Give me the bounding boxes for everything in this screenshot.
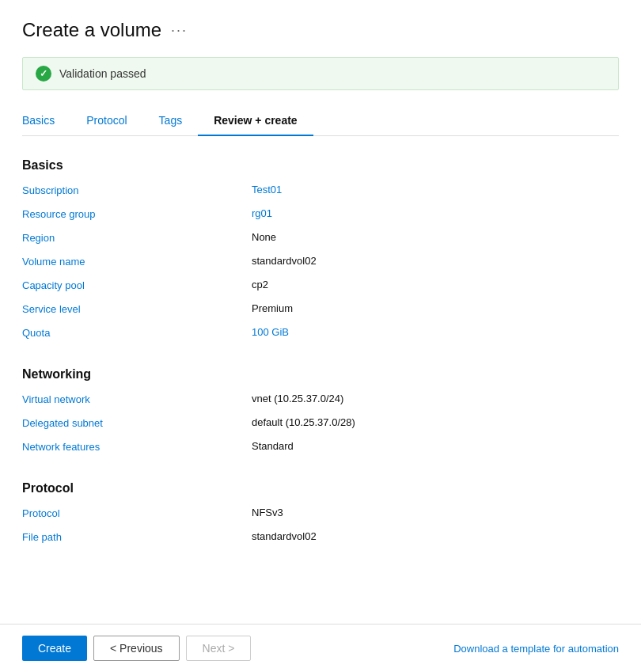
- check-icon: [36, 66, 51, 82]
- tab-basics[interactable]: Basics: [22, 106, 70, 136]
- page-title: Create a volume: [22, 19, 161, 41]
- network-features-value: Standard: [252, 440, 294, 452]
- quota-row: Quota 100 GiB: [22, 326, 619, 345]
- capacity-pool-value: cp2: [252, 279, 268, 290]
- more-options-icon[interactable]: ···: [171, 22, 188, 39]
- network-features-label: Network features: [22, 440, 252, 453]
- resource-group-value: rg01: [252, 207, 272, 219]
- tabs-row: Basics Protocol Tags Review + create: [22, 106, 619, 136]
- networking-section: Networking Virtual network vnet (10.25.3…: [22, 367, 619, 459]
- service-level-row: Service level Premium: [22, 302, 619, 321]
- service-level-value: Premium: [252, 302, 293, 314]
- basics-section-title: Basics: [22, 158, 619, 173]
- delegated-subnet-label: Delegated subnet: [22, 416, 252, 429]
- bottom-bar: Create < Previous Next > Download a temp…: [0, 624, 641, 672]
- tab-review-create[interactable]: Review + create: [198, 106, 313, 136]
- quota-value: 100 GiB: [252, 326, 289, 338]
- virtual-network-value: vnet (10.25.37.0/24): [252, 393, 343, 404]
- protocol-row: Protocol NFSv3: [22, 507, 619, 526]
- subscription-label: Subscription: [22, 184, 252, 196]
- volume-name-value: standardvol02: [252, 255, 317, 267]
- protocol-label: Protocol: [22, 507, 252, 519]
- virtual-network-row: Virtual network vnet (10.25.37.0/24): [22, 393, 619, 412]
- create-button[interactable]: Create: [22, 636, 87, 661]
- networking-section-title: Networking: [22, 367, 619, 382]
- protocol-value: NFSv3: [252, 507, 283, 518]
- validation-text: Validation passed: [59, 67, 146, 80]
- resource-group-label: Resource group: [22, 207, 252, 220]
- file-path-label: File path: [22, 530, 252, 543]
- network-features-row: Network features Standard: [22, 440, 619, 459]
- region-value: None: [252, 231, 276, 243]
- region-label: Region: [22, 231, 252, 244]
- volume-name-label: Volume name: [22, 255, 252, 268]
- capacity-pool-row: Capacity pool cp2: [22, 279, 619, 298]
- virtual-network-label: Virtual network: [22, 393, 252, 405]
- region-row: Region None: [22, 231, 619, 250]
- next-button: Next >: [186, 636, 252, 661]
- service-level-label: Service level: [22, 302, 252, 315]
- delegated-subnet-value: default (10.25.37.0/28): [252, 416, 355, 428]
- subscription-row: Subscription Test01: [22, 184, 619, 203]
- protocol-section: Protocol Protocol NFSv3 File path standa…: [22, 481, 619, 549]
- previous-button[interactable]: < Previous: [93, 636, 180, 661]
- download-template-link[interactable]: Download a template for automation: [453, 643, 619, 655]
- tab-protocol[interactable]: Protocol: [70, 106, 142, 136]
- protocol-section-title: Protocol: [22, 481, 619, 495]
- file-path-row: File path standardvol02: [22, 530, 619, 549]
- file-path-value: standardvol02: [252, 530, 317, 542]
- volume-name-row: Volume name standardvol02: [22, 255, 619, 274]
- tab-tags[interactable]: Tags: [143, 106, 199, 136]
- capacity-pool-label: Capacity pool: [22, 279, 252, 291]
- delegated-subnet-row: Delegated subnet default (10.25.37.0/28): [22, 416, 619, 435]
- validation-banner: Validation passed: [22, 57, 619, 90]
- basics-section: Basics Subscription Test01 Resource grou…: [22, 158, 619, 345]
- quota-label: Quota: [22, 326, 252, 339]
- subscription-value: Test01: [252, 184, 282, 196]
- resource-group-row: Resource group rg01: [22, 207, 619, 226]
